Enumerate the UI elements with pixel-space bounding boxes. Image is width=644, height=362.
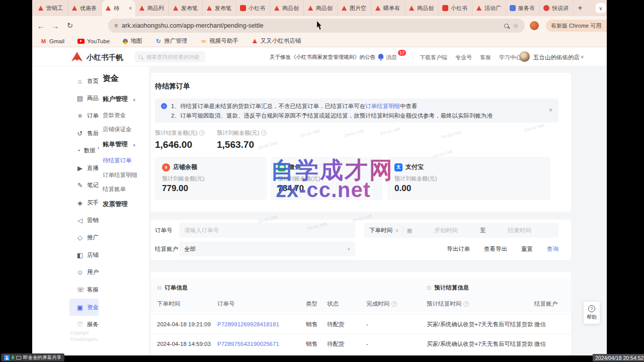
submenu-item[interactable]: 结算账单: [103, 186, 126, 193]
bookmark-star-icon[interactable]: ☆: [513, 22, 519, 30]
sidebar-item[interactable]: ◇ 推广: [69, 229, 99, 246]
app-search-input[interactable]: [145, 53, 201, 60]
sidebar-item-icon: ▣: [76, 304, 84, 311]
browser-tab[interactable]: 待 ×: [102, 0, 135, 16]
help-button[interactable]: ? 帮助: [584, 302, 600, 324]
announcement-link[interactable]: 关于修改《小红书商家发货管理规则》的公告: [270, 54, 375, 61]
chrome-update-button[interactable]: 有新版 Chrome 可用 ⋮: [546, 20, 616, 32]
filter-action-button[interactable]: 查询: [547, 245, 558, 253]
submenu-item[interactable]: 账单管理 ∧: [103, 140, 136, 149]
app-search-box[interactable]: [135, 51, 205, 62]
bookmark-item[interactable]: 地图: [123, 37, 142, 45]
header-link[interactable]: 下载客户端: [420, 54, 447, 61]
sidebar-item[interactable]: ⌂ 首页: [69, 72, 99, 90]
browser-tab[interactable]: 发布笔: [169, 0, 203, 16]
payment-method-icon: [162, 163, 170, 171]
filter-action-button[interactable]: 查看导出: [484, 245, 507, 253]
help-tooltip-icon[interactable]: ?: [261, 130, 267, 136]
browser-tab[interactable]: 活动广: [472, 0, 506, 16]
account-select[interactable]: 全部 ∨: [179, 241, 355, 256]
tab-close-icon[interactable]: ×: [129, 6, 132, 11]
browser-tab[interactable]: 图片空: [338, 0, 371, 16]
sidebar-item-label: 笔记: [87, 182, 99, 189]
help-tooltip-icon[interactable]: ?: [463, 301, 469, 307]
browser-tab[interactable]: 优惠券: [68, 0, 102, 16]
time-type-select[interactable]: 下单时间: [369, 227, 392, 234]
date-range-picker[interactable]: 下单时间 ∨ ▦ 开始时间 至 结束时间: [364, 223, 558, 238]
address-bar[interactable]: ≡ ark.xiaohongshu.com/app-merchant/pendi…: [108, 19, 525, 33]
sidebar-item[interactable]: ☏ 客服: [69, 281, 99, 299]
filter-action-button[interactable]: 导出订单: [447, 245, 470, 253]
header-link[interactable]: 专业号: [455, 54, 472, 61]
browser-tab[interactable]: 小红书: [439, 0, 472, 16]
order-no-input[interactable]: [179, 223, 355, 238]
collapse-box-icon[interactable]: ⊟: [427, 285, 431, 291]
submenu-item[interactable]: 货款资金: [103, 112, 126, 119]
cell-order-number-link[interactable]: P728991269928418181: [217, 321, 306, 327]
submenu-item[interactable]: 账户管理 ∧: [103, 95, 136, 104]
store-chevron-icon[interactable]: ∨: [581, 54, 584, 59]
collapse-chevron-icon[interactable]: ∧: [132, 143, 136, 147]
sidebar-item[interactable]: ◁ 营销: [69, 212, 99, 229]
submenu-item[interactable]: 店铺保证金: [103, 126, 132, 133]
bookmark-item[interactable]: Gmail: [40, 38, 64, 44]
sidebar-item[interactable]: ☺ 用户: [69, 264, 99, 282]
browser-tab[interactable]: 商品创: [270, 0, 304, 16]
browser-tab[interactable]: 小红书: [236, 0, 270, 16]
settlement-detail-link[interactable]: 订单结算明细: [365, 103, 400, 109]
browser-tab[interactable]: 快说讲: [540, 0, 574, 16]
submenu-item[interactable]: 发票管理: [103, 200, 128, 209]
banner-close-icon[interactable]: ×: [549, 107, 552, 114]
bookmark-item[interactable]: YouTube: [77, 38, 110, 44]
submenu-item[interactable]: 订单结算明细: [103, 171, 137, 179]
submenu-item[interactable]: 待结算订单: [103, 157, 132, 164]
messages-label[interactable]: 消息: [386, 54, 397, 61]
cell-order-number-link[interactable]: P728975543190025671: [217, 341, 306, 347]
search-icon[interactable]: [504, 24, 509, 28]
sidebar-item[interactable]: ◧ 店铺: [69, 246, 99, 264]
sidebar-item[interactable]: ▶ 直播: [69, 159, 99, 177]
store-name[interactable]: 五台山的佑佑的店: [533, 54, 580, 61]
sidebar-item[interactable]: ▤ 商品: [69, 90, 99, 108]
help-tooltip-icon[interactable]: ?: [391, 301, 397, 307]
chrome-profile-avatar[interactable]: [530, 21, 539, 30]
filter-action-button[interactable]: 重置: [521, 245, 533, 253]
bookmark-item[interactable]: 推广管理: [155, 37, 187, 45]
bookmark-item[interactable]: 视频号助手: [200, 37, 238, 45]
screen-share-indicator[interactable]: 即金金的屏幕共享: [1, 353, 64, 361]
header-link[interactable]: 客服: [480, 54, 491, 61]
sidebar-item[interactable]: ✎ 笔记: [69, 177, 99, 195]
collapse-chevron-icon[interactable]: ∧: [132, 98, 136, 102]
table-row: 2024-04-18 19:21:09 P728991269928418181 …: [151, 314, 571, 334]
browser-tab[interactable]: 商品创: [304, 0, 338, 16]
browser-tab[interactable]: 商品列: [135, 0, 169, 16]
browser-tab[interactable]: 商品创: [405, 0, 439, 16]
bookmark-item[interactable]: 又又小红书店铺: [252, 37, 301, 45]
new-tab-button[interactable]: +: [574, 0, 587, 16]
tab-favicon: [71, 5, 77, 11]
bell-icon[interactable]: [378, 54, 383, 59]
sidebar-item[interactable]: ▣ 资金: [69, 299, 99, 316]
submenu-item[interactable]: 资金: [103, 73, 119, 84]
browser-tab[interactable]: 营销工: [34, 0, 68, 16]
site-info-icon[interactable]: ≡: [114, 22, 118, 29]
tab-list-chevron-icon[interactable]: ∨: [596, 3, 606, 13]
back-icon[interactable]: ←: [35, 22, 46, 30]
forward-icon[interactable]: →: [50, 22, 61, 30]
url-text[interactable]: ark.xiaohongshu.com/app-merchant/pending…: [122, 22, 500, 29]
sidebar-item[interactable]: ↺ 售后: [69, 125, 99, 142]
sidebar-item[interactable]: ◈ 买手: [69, 194, 99, 212]
browser-tab[interactable]: 服务市: [506, 0, 540, 16]
sidebar-item[interactable]: ≡ 订单: [69, 107, 99, 125]
browser-tab[interactable]: 发布笔: [203, 0, 236, 16]
browser-tab[interactable]: 晒单有: [371, 0, 405, 16]
header-link[interactable]: 学习中心: [499, 54, 521, 61]
store-avatar[interactable]: [519, 51, 530, 62]
help-tooltip-icon[interactable]: ?: [199, 130, 205, 136]
submenu-item-label: 订单结算明细: [103, 172, 137, 178]
reload-icon[interactable]: ↻: [64, 21, 75, 30]
end-time-field[interactable]: 结束时间: [486, 227, 553, 234]
collapse-box-icon[interactable]: ⊟: [157, 285, 162, 291]
sidebar-item[interactable]: ◔ 数据: [69, 142, 99, 159]
start-time-field[interactable]: 开始时间: [412, 227, 480, 234]
